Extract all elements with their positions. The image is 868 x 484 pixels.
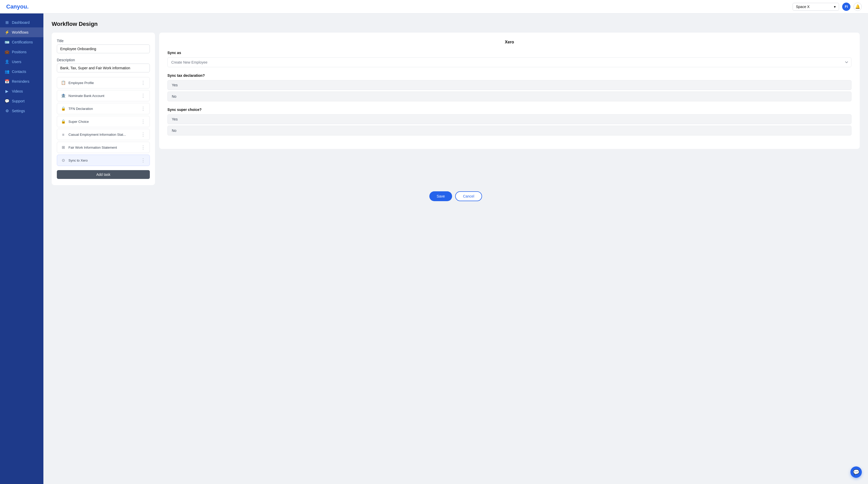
task-more-sync-xero[interactable]: ⋮ [140,158,146,163]
task-item-nominate-bank[interactable]: 🏦 Nominate Bank Account ⋮ [57,90,150,101]
sidebar-item-workflows[interactable]: ⚡Workflows [0,27,43,37]
task-name-super-choice: Super Choice [68,120,89,123]
description-input[interactable] [57,64,150,73]
page-title: Workflow Design [52,21,860,27]
sidebar-item-users[interactable]: 👤Users [0,57,43,67]
task-more-tfn-declaration[interactable]: ⋮ [140,106,146,111]
topnav-right: Space X FI 🔔 [793,3,862,11]
task-more-casual-employment[interactable]: ⋮ [140,132,146,137]
task-item-left: 📋 Employee Profile [61,80,94,85]
task-more-nominate-bank[interactable]: ⋮ [140,93,146,98]
workflows-icon: ⚡ [5,30,9,35]
sidebar-label-videos: Videos [12,89,23,93]
space-selector-value: Space X [796,5,810,9]
sidebar-label-workflows: Workflows [12,30,28,34]
chevron-down-icon [834,5,836,9]
sync-tax-option-no[interactable]: No [167,91,851,101]
task-item-left: 🔒 TFN Declaration [61,106,93,111]
sync-super-option-yes[interactable]: Yes [167,114,851,124]
description-label: Description [57,58,150,62]
sidebar: ⊞Dashboard⚡Workflows🪪Certifications💼Posi… [0,13,43,484]
chat-button[interactable]: 💬 [850,466,862,478]
content-columns: Title Description 📋 Employee Profile ⋮ 🏦… [52,33,860,185]
right-panel-title: Xero [167,40,851,45]
sidebar-label-dashboard: Dashboard [12,21,30,25]
sidebar-label-reminders: Reminders [12,79,29,84]
right-panel: Xero Sync as Create New EmployeeUpdate E… [159,33,860,149]
title-input[interactable] [57,45,150,53]
description-group: Description [57,58,150,73]
sync-super-section: Sync super choice? YesNo [167,108,851,136]
task-item-left: 🔒 Super Choice [61,119,89,124]
sidebar-item-videos[interactable]: ▶Videos [0,86,43,96]
app-logo: Canyou. [6,3,29,10]
sidebar-label-users: Users [12,60,22,64]
casual-employment-icon: ≡ [61,132,66,137]
sidebar-item-dashboard[interactable]: ⊞Dashboard [0,18,43,27]
sidebar-item-support[interactable]: 💬Support [0,96,43,106]
support-icon: 💬 [5,99,9,104]
task-item-fair-work[interactable]: ⊞ Fair Work Information Statement ⋮ [57,142,150,153]
task-item-tfn-declaration[interactable]: 🔒 TFN Declaration ⋮ [57,103,150,114]
task-more-employee-profile[interactable]: ⋮ [140,80,146,86]
app-layout: ⊞Dashboard⚡Workflows🪪Certifications💼Posi… [0,13,868,484]
videos-icon: ▶ [5,89,9,93]
task-item-left: 🏦 Nominate Bank Account [61,93,104,98]
sidebar-label-settings: Settings [12,109,25,113]
sync-super-label: Sync super choice? [167,108,851,112]
sync-as-section: Sync as Create New EmployeeUpdate Existi… [167,51,851,67]
title-label: Title [57,39,150,43]
sidebar-item-reminders[interactable]: 📅Reminders [0,77,43,86]
sync-tax-section: Sync tax declaration? YesNo [167,74,851,101]
space-selector[interactable]: Space X [793,3,839,10]
sync-tax-options: YesNo [167,80,851,101]
super-choice-icon: 🔒 [61,119,66,124]
task-item-left: ≡ Casual Employment Information Stat... [61,132,126,137]
task-item-casual-employment[interactable]: ≡ Casual Employment Information Stat... … [57,129,150,140]
task-name-employee-profile: Employee Profile [68,81,94,85]
action-buttons: Save Cancel [52,191,860,201]
avatar-button[interactable]: FI [842,3,850,11]
sidebar-item-certifications[interactable]: 🪪Certifications [0,37,43,47]
tfn-declaration-icon: 🔒 [61,106,66,111]
task-more-super-choice[interactable]: ⋮ [140,119,146,124]
sidebar-label-positions: Positions [12,50,27,54]
cancel-button[interactable]: Cancel [455,191,482,201]
employee-profile-icon: 📋 [61,80,66,85]
sync-xero-icon: ⊙ [61,158,66,163]
task-name-sync-xero: Sync to Xero [68,159,88,162]
sidebar-label-certifications: Certifications [12,40,33,44]
sidebar-item-contacts[interactable]: 👥Contacts [0,67,43,77]
save-button[interactable]: Save [429,191,452,201]
notification-button[interactable]: 🔔 [854,3,862,11]
task-item-left: ⊞ Fair Work Information Statement [61,145,117,150]
settings-icon: ⚙ [5,109,9,113]
sidebar-label-contacts: Contacts [12,69,26,74]
task-item-employee-profile[interactable]: 📋 Employee Profile ⋮ [57,77,150,88]
task-name-nominate-bank: Nominate Bank Account [68,94,104,98]
left-panel: Title Description 📋 Employee Profile ⋮ 🏦… [52,33,155,185]
nominate-bank-icon: 🏦 [61,93,66,98]
sync-super-options: YesNo [167,114,851,136]
topnav: Canyou. Space X FI 🔔 [0,0,868,13]
sync-as-select[interactable]: Create New EmployeeUpdate Existing Emplo… [167,57,851,67]
sync-super-option-no[interactable]: No [167,126,851,136]
task-name-tfn-declaration: TFN Declaration [68,107,93,111]
task-list: 📋 Employee Profile ⋮ 🏦 Nominate Bank Acc… [57,77,150,166]
sync-as-label: Sync as [167,51,851,55]
task-more-fair-work[interactable]: ⋮ [140,145,146,150]
sidebar-item-settings[interactable]: ⚙Settings [0,106,43,116]
task-item-sync-xero[interactable]: ⊙ Sync to Xero ⋮ [57,154,150,166]
fair-work-icon: ⊞ [61,145,66,150]
reminders-icon: 📅 [5,79,9,84]
task-item-super-choice[interactable]: 🔒 Super Choice ⋮ [57,116,150,127]
sync-tax-label: Sync tax declaration? [167,74,851,78]
main-content: Workflow Design Title Description 📋 Empl… [43,13,868,484]
task-name-casual-employment: Casual Employment Information Stat... [68,133,126,137]
sync-tax-option-yes[interactable]: Yes [167,80,851,90]
task-item-left: ⊙ Sync to Xero [61,158,88,163]
sidebar-label-support: Support [12,99,25,103]
positions-icon: 💼 [5,50,9,54]
add-task-button[interactable]: Add task [57,170,150,179]
sidebar-item-positions[interactable]: 💼Positions [0,47,43,57]
